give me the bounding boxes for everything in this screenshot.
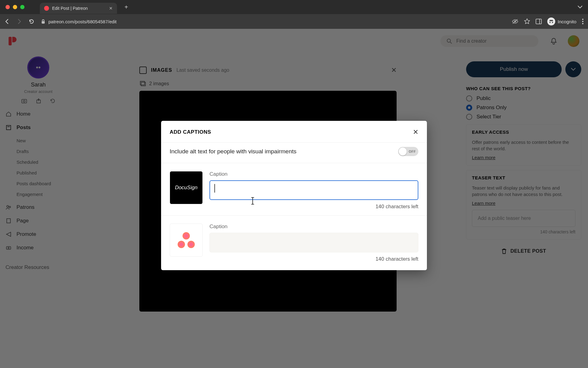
back-button[interactable]: [4, 19, 11, 24]
tab-title: Edit Post | Patreon: [52, 6, 88, 11]
caption-input-2[interactable]: [209, 233, 418, 252]
browser-tab[interactable]: Edit Post | Patreon ✕: [40, 3, 117, 14]
browser-toolbar: patreon.com/posts/68054587/edit Incognit…: [0, 14, 588, 29]
panel-icon[interactable]: [536, 19, 542, 24]
thumb-text: DocuSign: [175, 185, 198, 191]
star-icon[interactable]: [524, 18, 530, 25]
svg-rect-3: [536, 19, 541, 24]
caption-thumb-2: [170, 224, 203, 257]
caption-label-1: Caption: [209, 171, 418, 177]
text-caret-icon: [214, 184, 215, 193]
fullscreen-window-icon[interactable]: [20, 5, 24, 9]
caption-chars-left-1: 140 characters left: [209, 204, 418, 210]
incognito-indicator[interactable]: Incognito: [547, 17, 576, 25]
new-tab-button[interactable]: +: [124, 4, 128, 11]
close-window-icon[interactable]: [6, 5, 10, 9]
page-root: •• Sarah Creator account Home Posts New …: [0, 29, 588, 368]
minimize-window-icon[interactable]: [13, 5, 17, 9]
close-tab-icon[interactable]: ✕: [109, 6, 113, 11]
window-menu-icon[interactable]: [578, 6, 582, 9]
address-bar[interactable]: patreon.com/posts/68054587/edit: [41, 19, 506, 24]
forward-button: [17, 19, 23, 24]
caption-chars-left-2: 140 characters left: [209, 256, 418, 262]
svg-point-5: [582, 19, 583, 20]
caption-label-2: Caption: [209, 224, 418, 230]
svg-point-7: [582, 23, 583, 24]
reload-button[interactable]: [29, 19, 36, 24]
modal-title: ADD CAPTIONS: [170, 129, 211, 135]
alt-text-toggle-label: Include alt text for people with visual …: [170, 148, 296, 155]
lock-icon: [41, 19, 45, 24]
caption-thumb-1: DocuSign: [170, 171, 203, 204]
kebab-menu-icon[interactable]: [582, 18, 584, 25]
incognito-label: Incognito: [558, 19, 576, 24]
modal-close-button[interactable]: ✕: [413, 128, 418, 136]
toggle-knob-icon: [399, 148, 407, 155]
traffic-lights: [6, 5, 24, 9]
eye-off-icon[interactable]: [512, 19, 518, 24]
add-captions-modal: ADD CAPTIONS ✕ Include alt text for peop…: [161, 121, 427, 270]
alt-text-toggle[interactable]: OFF: [398, 147, 418, 156]
svg-rect-0: [42, 21, 45, 24]
svg-point-6: [582, 21, 583, 22]
incognito-icon: [547, 17, 555, 25]
caption-input-1[interactable]: [209, 180, 418, 200]
caption-row-2: Caption 140 characters left: [161, 216, 427, 270]
url-text: patreon.com/posts/68054587/edit: [48, 19, 117, 24]
toggle-state-label: OFF: [409, 150, 416, 153]
favicon-icon: [44, 6, 49, 11]
macos-titlebar: Edit Post | Patreon ✕ +: [0, 0, 588, 14]
caption-row-1: DocuSign Caption 140 characters left: [161, 163, 427, 216]
